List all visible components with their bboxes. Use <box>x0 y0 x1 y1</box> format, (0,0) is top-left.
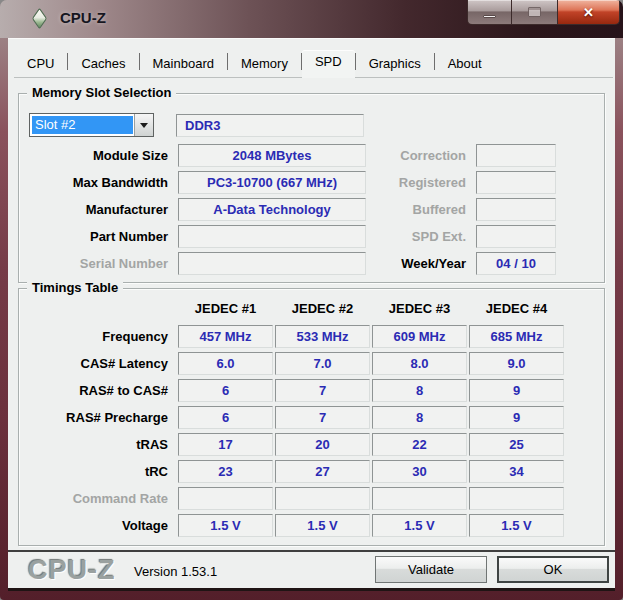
table-cell: 8 <box>372 406 467 429</box>
max-bandwidth-label: Max Bandwidth <box>21 171 176 194</box>
row-label-cas-latency: CAS# Latency <box>21 352 176 375</box>
column-header-jedec1: JEDEC #1 <box>178 297 273 321</box>
buffered-field <box>476 198 556 221</box>
timings-table-group: Timings Table JEDEC #1 JEDEC #2 JEDEC #3… <box>18 288 605 546</box>
module-flags-fields: Correction Registered Buffered SPD Ext. … <box>368 144 556 275</box>
row-label-ras-to-cas: RAS# to CAS# <box>21 379 176 402</box>
tab-spd[interactable]: SPD <box>302 51 355 78</box>
memory-type-field: DDR3 <box>176 114 364 137</box>
slot-select-value: Slot #2 <box>32 116 133 134</box>
close-icon: ✕ <box>583 6 594 19</box>
table-cell: 23 <box>178 460 273 483</box>
spd-ext-field <box>476 225 556 248</box>
table-cell: 17 <box>178 433 273 456</box>
table-cell: 9.0 <box>469 352 564 375</box>
tab-cpu[interactable]: CPU <box>14 51 67 77</box>
group-title: Memory Slot Selection <box>27 85 176 100</box>
table-cell: 9 <box>469 379 564 402</box>
dropdown-button[interactable] <box>134 114 153 136</box>
registered-label: Registered <box>368 171 474 194</box>
table-cell: 7.0 <box>275 352 370 375</box>
tab-memory[interactable]: Memory <box>228 51 301 77</box>
table-cell <box>469 487 564 510</box>
week-year-label: Week/Year <box>368 252 474 275</box>
row-label-command-rate: Command Rate <box>21 487 176 510</box>
group-title: Timings Table <box>27 280 123 295</box>
part-number-field <box>178 225 366 248</box>
table-cell: 9 <box>469 406 564 429</box>
table-cell: 8.0 <box>372 352 467 375</box>
memory-slot-selection-group: Memory Slot Selection Slot #2 DDR3 Modul… <box>18 93 605 283</box>
timings-table: JEDEC #1 JEDEC #2 JEDEC #3 JEDEC #4 Freq… <box>21 297 564 537</box>
minimize-button[interactable] <box>467 0 512 25</box>
row-label-trc: tRC <box>21 460 176 483</box>
bottom-frame-shadow <box>8 588 615 591</box>
row-label-voltage: Voltage <box>21 514 176 537</box>
tab-mainboard[interactable]: Mainboard <box>140 51 227 77</box>
table-cell: 6 <box>178 379 273 402</box>
manufacturer-field: A-Data Technology <box>178 198 366 221</box>
row-label-tras: tRAS <box>21 433 176 456</box>
tab-bar: CPU Caches Mainboard Memory SPD Graphics… <box>14 48 613 78</box>
table-cell: 6 <box>178 406 273 429</box>
table-cell: 22 <box>372 433 467 456</box>
table-cell: 6.0 <box>178 352 273 375</box>
correction-label: Correction <box>368 144 474 167</box>
table-cell: 30 <box>372 460 467 483</box>
close-button[interactable]: ✕ <box>557 0 620 25</box>
table-cell: 8 <box>372 379 467 402</box>
spd-panel: CPU Caches Mainboard Memory SPD Graphics… <box>8 38 615 588</box>
window-title: CPU-Z <box>60 9 106 26</box>
registered-field <box>476 171 556 194</box>
manufacturer-label: Manufacturer <box>21 198 176 221</box>
table-cell: 1.5 V <box>275 514 370 537</box>
tab-graphics[interactable]: Graphics <box>356 51 434 77</box>
table-cell: 533 MHz <box>275 325 370 348</box>
slot-select-dropdown[interactable]: Slot #2 <box>29 113 154 137</box>
table-cell: 25 <box>469 433 564 456</box>
module-size-label: Module Size <box>21 144 176 167</box>
table-cell <box>178 487 273 510</box>
week-year-field: 04 / 10 <box>476 252 556 275</box>
column-header-jedec2: JEDEC #2 <box>275 297 370 321</box>
table-cell: 7 <box>275 379 370 402</box>
table-cell: 34 <box>469 460 564 483</box>
ok-button[interactable]: OK <box>497 556 609 583</box>
part-number-label: Part Number <box>21 225 176 248</box>
window-controls: ✕ <box>467 0 620 25</box>
table-cell <box>372 487 467 510</box>
chevron-down-icon <box>140 123 148 128</box>
serial-number-label: Serial Number <box>21 252 176 275</box>
minimize-icon <box>483 15 496 18</box>
table-cell: 457 MHz <box>178 325 273 348</box>
table-cell: 7 <box>275 406 370 429</box>
correction-field <box>476 144 556 167</box>
cpu-z-logo-icon <box>30 11 52 27</box>
table-corner <box>21 297 176 321</box>
cpu-z-logo-text: CPU-Z <box>28 555 116 586</box>
maximize-icon <box>528 7 541 17</box>
cpu-z-window: CPU-Z ✕ CPU Caches Mainboard Memory SPD … <box>0 0 623 600</box>
table-cell: 1.5 V <box>178 514 273 537</box>
tab-caches[interactable]: Caches <box>68 51 138 77</box>
footer-bar: CPU-Z Version 1.53.1 Validate OK <box>8 554 615 588</box>
module-size-field: 2048 MBytes <box>178 144 366 167</box>
spd-ext-label: SPD Ext. <box>368 225 474 248</box>
row-label-frequency: Frequency <box>21 325 176 348</box>
validate-button[interactable]: Validate <box>375 556 487 583</box>
footer-divider <box>8 550 615 552</box>
table-cell <box>275 487 370 510</box>
titlebar[interactable]: CPU-Z ✕ <box>0 0 623 38</box>
version-text: Version 1.53.1 <box>134 564 217 579</box>
table-cell: 685 MHz <box>469 325 564 348</box>
tab-about[interactable]: About <box>435 51 495 77</box>
column-header-jedec3: JEDEC #3 <box>372 297 467 321</box>
max-bandwidth-field: PC3-10700 (667 MHz) <box>178 171 366 194</box>
row-label-ras-precharge: RAS# Precharge <box>21 406 176 429</box>
table-cell: 1.5 V <box>469 514 564 537</box>
table-cell: 27 <box>275 460 370 483</box>
column-header-jedec4: JEDEC #4 <box>469 297 564 321</box>
module-info-fields: Module Size 2048 MBytes Max Bandwidth PC… <box>21 144 366 275</box>
maximize-button[interactable] <box>512 0 557 25</box>
table-cell: 1.5 V <box>372 514 467 537</box>
